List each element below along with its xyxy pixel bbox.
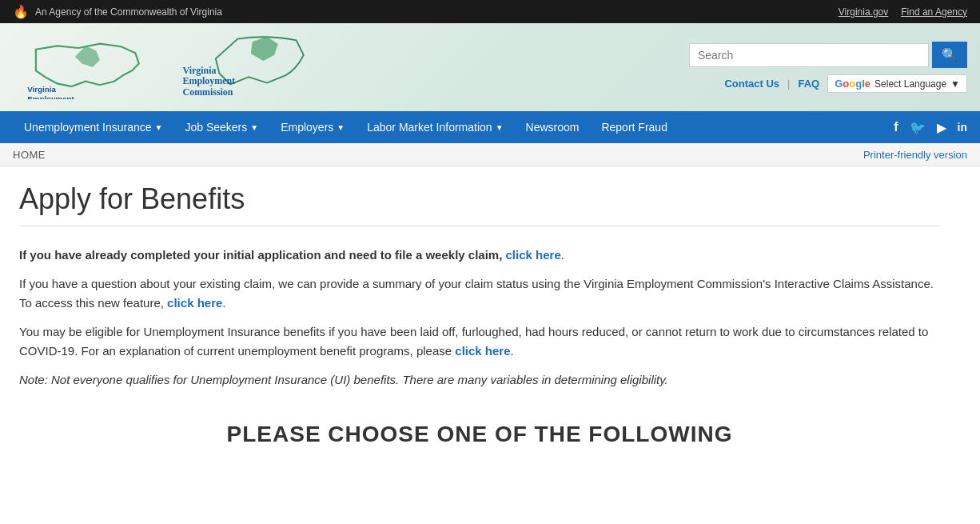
nav-label-newsroom: Newsroom xyxy=(526,121,580,134)
search-icon: 🔍 xyxy=(942,48,958,62)
dropdown-caret-unemployment: ▼ xyxy=(155,123,163,132)
logo-svg-full: Virginia Employment Commission xyxy=(179,32,355,100)
breadcrumb: HOME xyxy=(13,148,46,161)
page-title: Apply for Benefits xyxy=(19,182,940,226)
para1-end: . xyxy=(561,248,564,262)
google-logo: Google xyxy=(835,78,870,90)
dropdown-caret-employers: ▼ xyxy=(337,123,345,132)
social-links: f 🐦 ▶ in xyxy=(894,120,967,135)
language-selector[interactable]: Google Select Language ▼ xyxy=(827,74,967,93)
find-agency-link[interactable]: Find an Agency xyxy=(901,6,967,18)
main-nav: Unemployment Insurance ▼ Job Seekers ▼ E… xyxy=(0,111,980,143)
nav-label-employers: Employers xyxy=(281,121,333,134)
paragraph-3: You may be eligible for Unemployment Ins… xyxy=(19,322,940,361)
chevron-down-icon: ▼ xyxy=(950,78,960,90)
para2-end: . xyxy=(222,296,225,310)
section-heading: PLEASE CHOOSE ONE OF THE FOLLOWING xyxy=(19,422,940,447)
search-input[interactable] xyxy=(689,43,929,67)
search-bar: 🔍 xyxy=(689,42,967,68)
header: Virginia Employment Commission Virginia … xyxy=(0,23,980,111)
nav-label-report-fraud: Report Fraud xyxy=(601,121,667,134)
nav-item-report-fraud[interactable]: Report Fraud xyxy=(590,111,678,143)
dropdown-caret-labor-market: ▼ xyxy=(496,123,504,132)
facebook-link[interactable]: f xyxy=(894,120,898,134)
contact-us-link[interactable]: Contact Us xyxy=(724,78,779,90)
paragraph-2: If you have a question about your existi… xyxy=(19,274,940,313)
youtube-link[interactable]: ▶ xyxy=(937,120,946,135)
top-bar-left: 🔥 An Agency of the Commonwealth of Virgi… xyxy=(13,4,222,19)
dropdown-caret-job-seekers: ▼ xyxy=(250,123,258,132)
header-links: Contact Us | FAQ Google Select Language … xyxy=(724,74,967,93)
nav-label-labor-market: Labor Market Information xyxy=(367,121,492,134)
svg-text:Virginia: Virginia xyxy=(183,65,217,76)
main-content: Apply for Benefits If you have already c… xyxy=(0,166,959,479)
separator: | xyxy=(787,78,790,90)
breadcrumb-home[interactable]: HOME xyxy=(13,149,46,161)
note-text: Note: Not everyone qualifies for Unemplo… xyxy=(19,370,940,390)
select-language-label: Select Language xyxy=(874,78,946,90)
printer-friendly-link[interactable]: Printer-friendly version xyxy=(863,149,967,161)
nav-item-newsroom[interactable]: Newsroom xyxy=(515,111,591,143)
twitter-link[interactable]: 🐦 xyxy=(910,120,926,135)
linkedin-link[interactable]: in xyxy=(958,121,967,134)
para2-start: If you have a question about your existi… xyxy=(19,277,934,310)
svg-text:Employment: Employment xyxy=(27,94,74,99)
nav-links: Unemployment Insurance ▼ Job Seekers ▼ E… xyxy=(13,111,679,143)
claims-assistance-link[interactable]: click here xyxy=(167,296,222,310)
agency-text: An Agency of the Commonwealth of Virgini… xyxy=(35,6,222,18)
paragraph-1: If you have already completed your initi… xyxy=(19,246,940,265)
svg-text:Virginia: Virginia xyxy=(27,85,56,94)
content-block: If you have already completed your initi… xyxy=(19,246,940,390)
logo-text-area: Virginia Employment Commission xyxy=(179,32,355,102)
para1-bold: If you have already completed your initi… xyxy=(19,248,502,262)
search-button[interactable]: 🔍 xyxy=(932,42,967,68)
breadcrumb-bar: HOME Printer-friendly version xyxy=(0,143,980,166)
nav-item-unemployment-insurance[interactable]: Unemployment Insurance ▼ xyxy=(13,111,173,143)
nav-label-unemployment: Unemployment Insurance xyxy=(24,121,152,134)
nav-item-job-seekers[interactable]: Job Seekers ▼ xyxy=(173,111,269,143)
nav-label-job-seekers: Job Seekers xyxy=(185,121,247,134)
top-bar-right: Virginia.gov Find an Agency xyxy=(839,6,967,18)
weekly-claim-link[interactable]: click here xyxy=(506,248,561,262)
faq-link[interactable]: FAQ xyxy=(798,78,819,90)
top-bar: 🔥 An Agency of the Commonwealth of Virgi… xyxy=(0,0,980,23)
nav-item-labor-market[interactable]: Labor Market Information ▼ xyxy=(356,111,514,143)
vec-logo: Virginia Employment Commission xyxy=(13,35,173,99)
header-right: 🔍 Contact Us | FAQ Google Select Languag… xyxy=(689,42,967,93)
para3-end: . xyxy=(511,344,514,358)
benefit-programs-link[interactable]: click here xyxy=(455,344,510,358)
nav-item-employers[interactable]: Employers ▼ xyxy=(269,111,356,143)
flame-icon: 🔥 xyxy=(13,4,29,19)
svg-text:Commission: Commission xyxy=(183,86,233,98)
virginia-gov-link[interactable]: Virginia.gov xyxy=(839,6,888,18)
logo-area: Virginia Employment Commission Virginia … xyxy=(13,32,355,102)
svg-text:Employment: Employment xyxy=(183,75,236,86)
